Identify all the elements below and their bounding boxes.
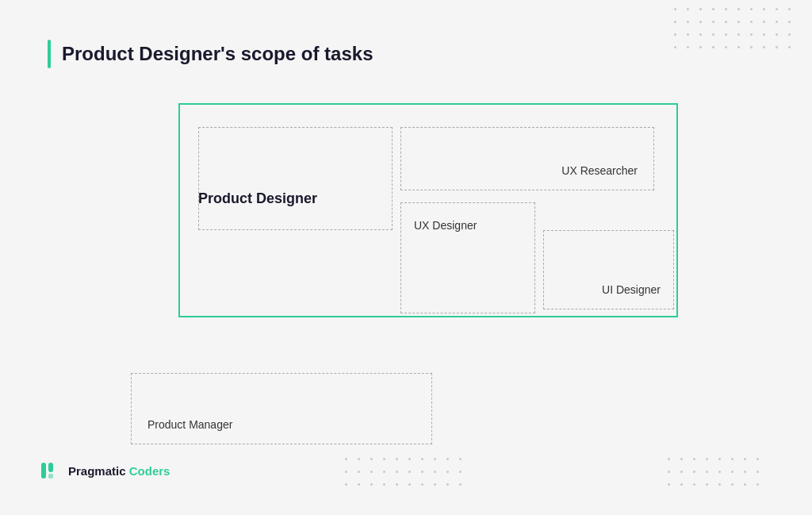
page-title: Product Designer's scope of tasks [62, 43, 373, 65]
dots-bottom-right-decoration [668, 458, 764, 491]
header-accent-bar-icon [48, 40, 51, 68]
box-product-manager: Product Manager [131, 373, 432, 444]
product-manager-label: Product Manager [147, 418, 232, 431]
dots-top-right-decoration [674, 8, 796, 54]
ux-researcher-label: UX Researcher [561, 164, 638, 177]
box-ux-researcher: UX Researcher [400, 127, 654, 190]
box-ux-designer: UX Designer [400, 202, 535, 313]
box-ux-area [198, 127, 393, 230]
box-ui-designer: UI Designer [543, 230, 674, 309]
diagram-container: Product Designer UX Researcher UX Design… [131, 103, 678, 341]
svg-rect-1 [48, 463, 53, 472]
logo-area: Pragmatic Coders [40, 459, 170, 482]
logo-icon [40, 459, 62, 482]
logo-brand: Pragmatic [68, 464, 126, 478]
svg-rect-0 [41, 463, 46, 478]
logo-text: Pragmatic Coders [68, 464, 170, 478]
logo-accent: Coders [129, 464, 170, 478]
dots-bottom-center-decoration [345, 458, 467, 491]
ux-designer-label: UX Designer [414, 219, 477, 232]
svg-rect-2 [48, 474, 53, 478]
ui-designer-label: UI Designer [602, 283, 661, 296]
page-header: Product Designer's scope of tasks [48, 40, 373, 68]
